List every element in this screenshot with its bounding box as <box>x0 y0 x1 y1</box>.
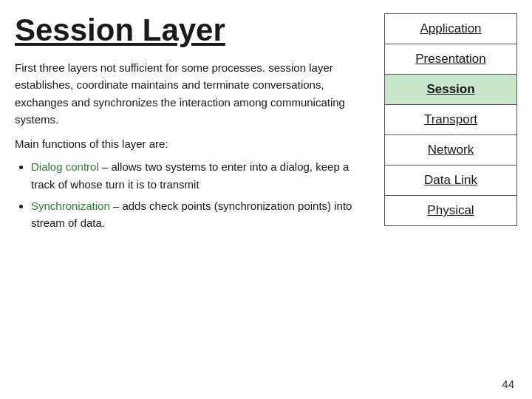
sidebar-item-network[interactable]: Network <box>384 134 517 166</box>
page-number: 44 <box>502 378 514 390</box>
sidebar-item-physical[interactable]: Physical <box>384 195 517 226</box>
list-item: Synchronization – adds check points (syn… <box>31 197 369 232</box>
body-paragraph: First three layers not sufficient for so… <box>15 59 369 128</box>
main-functions-label: Main functions of this layer are: <box>15 135 369 152</box>
sidebar-item-session[interactable]: Session <box>384 74 517 105</box>
sidebar-item-presentation[interactable]: Presentation <box>384 44 517 75</box>
bullet-list: Dialog control – allows two systems to e… <box>15 158 369 236</box>
sidebar: Application Presentation Session Transpo… <box>384 13 517 225</box>
content-area: Session Layer First three layers not suf… <box>15 13 369 386</box>
bullet-highlight-2: Synchronization <box>31 200 110 212</box>
sidebar-item-datalink[interactable]: Data Link <box>384 165 517 196</box>
bullet-highlight-1: Dialog control <box>31 160 99 173</box>
list-item: Dialog control – allows two systems to e… <box>31 158 369 193</box>
sidebar-item-application[interactable]: Application <box>384 13 517 44</box>
page-title: Session Layer <box>15 13 369 47</box>
sidebar-item-transport[interactable]: Transport <box>384 104 517 135</box>
main-container: Session Layer First three layers not suf… <box>0 0 532 399</box>
